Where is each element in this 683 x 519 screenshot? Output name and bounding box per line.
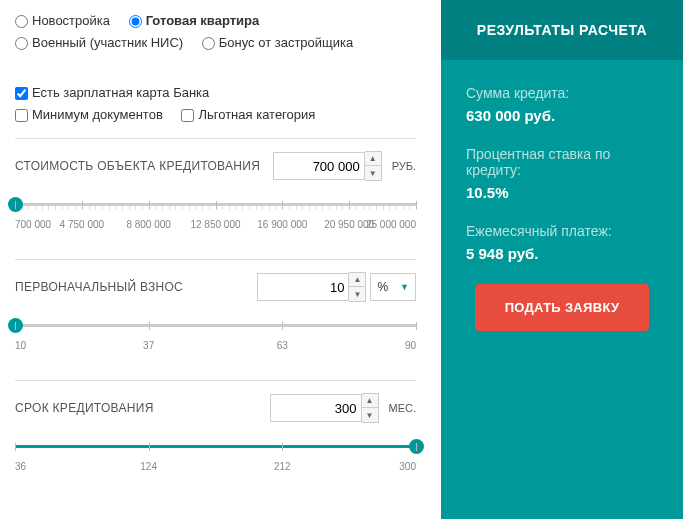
check-privileged[interactable]: Льготная категория [181, 104, 315, 126]
rate-label: Процентная ставка по кредиту: [466, 146, 658, 178]
property-type-group: Новостройка Готовая квартира Военный (уч… [15, 10, 416, 54]
chevron-up-icon[interactable]: ▲ [349, 273, 365, 287]
divider [15, 138, 416, 139]
amount-label: Сумма кредита: [466, 85, 658, 101]
down-input[interactable] [257, 273, 349, 301]
term-input[interactable] [270, 394, 362, 422]
divider [15, 259, 416, 260]
check-min-docs[interactable]: Минимум документов [15, 104, 163, 126]
radio-new-build[interactable]: Новостройка [15, 10, 110, 32]
chevron-down-icon: ▼ [400, 282, 409, 292]
rate-value: 10.5% [466, 184, 658, 201]
radio-military[interactable]: Военный (участник НИС) [15, 32, 183, 54]
radio-ready-flat[interactable]: Готовая квартира [129, 10, 260, 32]
chevron-up-icon[interactable]: ▲ [362, 394, 378, 408]
term-label: СРОК КРЕДИТОВАНИЯ [15, 401, 270, 415]
cost-input[interactable] [273, 152, 365, 180]
chevron-down-icon[interactable]: ▼ [362, 408, 378, 422]
down-spinner[interactable]: ▲▼ [349, 272, 366, 302]
cost-label: СТОИМОСТЬ ОБЪЕКТА КРЕДИТОВАНИЯ [15, 159, 273, 173]
cost-slider[interactable]: 700 0004 750 0008 800 00012 850 00016 90… [15, 195, 416, 231]
down-label: ПЕРВОНАЧАЛЬНЫЙ ВЗНОС [15, 280, 257, 294]
chevron-down-icon[interactable]: ▼ [365, 166, 381, 180]
down-unit-select[interactable]: % ▼ [370, 273, 416, 301]
cost-spinner[interactable]: ▲▼ [365, 151, 382, 181]
monthly-label: Ежемесячный платеж: [466, 223, 658, 239]
cost-unit: РУБ. [392, 160, 416, 172]
amount-value: 630 000 руб. [466, 107, 658, 124]
calculator-panel: Новостройка Готовая квартира Военный (уч… [0, 0, 441, 519]
term-slider[interactable]: 36124212300 [15, 437, 416, 473]
chevron-up-icon[interactable]: ▲ [365, 152, 381, 166]
divider [15, 380, 416, 381]
results-header: РЕЗУЛЬТАТЫ РАСЧЕТА [441, 0, 683, 60]
term-spinner[interactable]: ▲▼ [362, 393, 379, 423]
down-slider[interactable]: 10376390 [15, 316, 416, 352]
options-checks: Есть зарплатная карта Банка Минимум доку… [15, 82, 416, 126]
radio-bonus[interactable]: Бонус от застройщика [202, 32, 353, 54]
chevron-down-icon[interactable]: ▼ [349, 287, 365, 301]
submit-button[interactable]: ПОДАТЬ ЗАЯВКУ [475, 284, 650, 331]
monthly-value: 5 948 руб. [466, 245, 658, 262]
check-salary-card[interactable]: Есть зарплатная карта Банка [15, 82, 209, 104]
term-unit: МЕС. [389, 402, 417, 414]
results-panel: РЕЗУЛЬТАТЫ РАСЧЕТА Сумма кредита: 630 00… [441, 0, 683, 519]
